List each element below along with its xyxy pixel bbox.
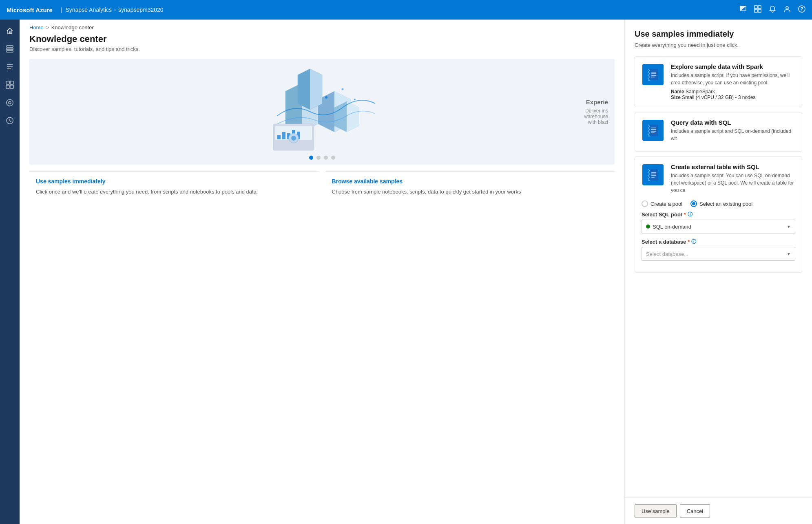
create-pool-radio-circle bbox=[642, 200, 648, 207]
carousel-dot-2[interactable] bbox=[316, 156, 321, 160]
svg-point-15 bbox=[7, 99, 13, 106]
external-sample-title: Create external table with SQL bbox=[671, 163, 795, 170]
svg-rect-9 bbox=[7, 48, 13, 50]
svg-point-38 bbox=[291, 136, 296, 141]
feedback-icon[interactable] bbox=[739, 5, 747, 14]
sql-pool-chevron-icon: ▼ bbox=[787, 225, 791, 229]
hero-card: Experie Deliver ins warehouse with blazi bbox=[29, 59, 615, 165]
svg-rect-32 bbox=[277, 135, 281, 139]
nav-separator: | bbox=[61, 7, 62, 13]
spark-icon bbox=[642, 64, 664, 85]
select-existing-label: Select an existing pool bbox=[699, 201, 752, 207]
external-svg bbox=[646, 167, 660, 182]
sidebar-item-home[interactable] bbox=[2, 23, 18, 39]
right-panel-subtitle: Create everything you need in just one c… bbox=[635, 42, 802, 48]
sql-sample-body: Query data with SQL Includes a sample sc… bbox=[671, 119, 795, 145]
select-existing-radio-circle bbox=[690, 200, 697, 207]
sql-icon bbox=[642, 120, 664, 141]
portal-menu-icon[interactable] bbox=[754, 5, 761, 14]
svg-point-7 bbox=[801, 11, 802, 11]
database-required: * bbox=[688, 239, 690, 245]
sidebar-item-integrate[interactable] bbox=[2, 77, 18, 93]
sql-sample-item: Query data with SQL Includes a sample sc… bbox=[635, 112, 802, 152]
svg-rect-14 bbox=[10, 85, 13, 88]
nav-arrow: › bbox=[114, 7, 116, 13]
breadcrumb-current: Knowledge center bbox=[51, 24, 94, 31]
database-label: Select a database * ⓘ bbox=[642, 238, 795, 245]
carousel-dot-1[interactable] bbox=[309, 156, 313, 160]
sql-svg bbox=[646, 123, 660, 138]
sql-pool-info-icon[interactable]: ⓘ bbox=[688, 211, 693, 218]
external-table-header: Create external table with SQL Includes … bbox=[642, 163, 795, 196]
spark-sample-title: Explore sample data with Spark bbox=[671, 63, 795, 70]
sql-pool-field: Select SQL pool * ⓘ SQL on-demand ▼ bbox=[642, 211, 795, 233]
svg-point-40 bbox=[341, 88, 343, 90]
top-navigation: Microsoft Azure | Synapse Analytics › sy… bbox=[0, 0, 812, 20]
sidebar-item-develop[interactable] bbox=[2, 59, 18, 75]
breadcrumb: Home > Knowledge center bbox=[20, 20, 624, 34]
spark-svg bbox=[646, 67, 660, 82]
sidebar-item-monitor[interactable] bbox=[2, 95, 18, 111]
browse-samples-title: Browse available samples bbox=[332, 178, 608, 185]
create-pool-label: Create a pool bbox=[650, 201, 682, 207]
spark-sample-meta-size: Size Small (4 vCPU / 32 GB) - 3 nodes bbox=[671, 95, 795, 100]
right-panel-content: Use samples immediately Create everythin… bbox=[625, 20, 812, 498]
database-select[interactable]: Select database... ▼ bbox=[642, 247, 795, 261]
sidebar-item-data[interactable] bbox=[2, 41, 18, 57]
use-samples-card[interactable]: Use samples immediately Click once and w… bbox=[29, 171, 319, 203]
bottom-cards: Use samples immediately Click once and w… bbox=[29, 171, 615, 203]
svg-rect-2 bbox=[758, 6, 761, 9]
external-sample-body: Create external table with SQL Includes … bbox=[671, 163, 795, 196]
sql-pool-required: * bbox=[684, 211, 686, 218]
account-icon[interactable] bbox=[783, 5, 791, 14]
hero-illustration bbox=[253, 67, 392, 156]
svg-rect-13 bbox=[6, 85, 9, 88]
svg-point-39 bbox=[325, 96, 327, 99]
breadcrumb-home-link[interactable]: Home bbox=[29, 24, 44, 31]
svg-rect-8 bbox=[7, 46, 13, 47]
nav-synapse-link[interactable]: Synapse Analytics bbox=[65, 7, 112, 13]
page-subtitle: Discover samples, tutorials, and tips an… bbox=[29, 46, 615, 52]
azure-brand: Microsoft Azure bbox=[7, 7, 53, 13]
sql-pool-select[interactable]: SQL on-demand ▼ bbox=[642, 220, 795, 233]
sql-pool-selected-value: SQL on-demand bbox=[646, 224, 691, 230]
browse-samples-card[interactable]: Browse available samples Choose from sam… bbox=[325, 171, 615, 203]
database-field: Select a database * ⓘ Select database...… bbox=[642, 238, 795, 261]
cards-section: Experie Deliver ins warehouse with blazi bbox=[20, 59, 624, 203]
svg-rect-11 bbox=[6, 81, 9, 84]
database-placeholder: Select database... bbox=[646, 251, 688, 257]
hero-label-text: Experie bbox=[584, 99, 608, 106]
svg-rect-12 bbox=[10, 81, 13, 84]
external-table-sample-item: Create external table with SQL Includes … bbox=[635, 156, 802, 273]
main-layout: Home > Knowledge center Knowledge center… bbox=[0, 20, 812, 524]
external-icon bbox=[642, 164, 664, 185]
svg-rect-4 bbox=[758, 9, 761, 12]
svg-rect-1 bbox=[754, 6, 757, 9]
create-pool-radio[interactable]: Create a pool bbox=[642, 200, 682, 207]
right-panel-title: Use samples immediately bbox=[635, 29, 802, 39]
use-sample-button[interactable]: Use sample bbox=[635, 504, 677, 517]
carousel-dot-3[interactable] bbox=[324, 156, 328, 160]
database-info-icon[interactable]: ⓘ bbox=[691, 238, 696, 245]
content-area: Home > Knowledge center Knowledge center… bbox=[20, 20, 624, 524]
spark-sample-item: Explore sample data with Spark Includes … bbox=[635, 56, 802, 107]
cancel-button[interactable]: Cancel bbox=[680, 504, 710, 517]
carousel-dot-4[interactable] bbox=[331, 156, 335, 160]
help-icon[interactable] bbox=[798, 5, 805, 14]
nav-icon-group bbox=[739, 5, 805, 14]
notifications-icon[interactable] bbox=[769, 5, 776, 14]
svg-point-16 bbox=[9, 101, 11, 104]
browse-samples-text: Choose from sample notebooks, scripts, d… bbox=[332, 188, 608, 196]
breadcrumb-separator: > bbox=[46, 25, 49, 31]
sql-pool-select-wrap: SQL on-demand ▼ bbox=[642, 220, 795, 233]
svg-marker-28 bbox=[298, 69, 310, 110]
page-title: Knowledge center bbox=[29, 34, 615, 44]
isometric-illustration bbox=[253, 67, 392, 156]
select-existing-pool-radio[interactable]: Select an existing pool bbox=[690, 200, 752, 207]
svg-point-5 bbox=[786, 7, 788, 9]
use-samples-title: Use samples immediately bbox=[36, 178, 312, 185]
sidebar-item-manage[interactable] bbox=[2, 112, 18, 129]
sidebar bbox=[0, 20, 20, 524]
use-samples-text: Click once and we'll create everything y… bbox=[36, 188, 312, 196]
spark-sample-body: Explore sample data with Spark Includes … bbox=[671, 63, 795, 100]
